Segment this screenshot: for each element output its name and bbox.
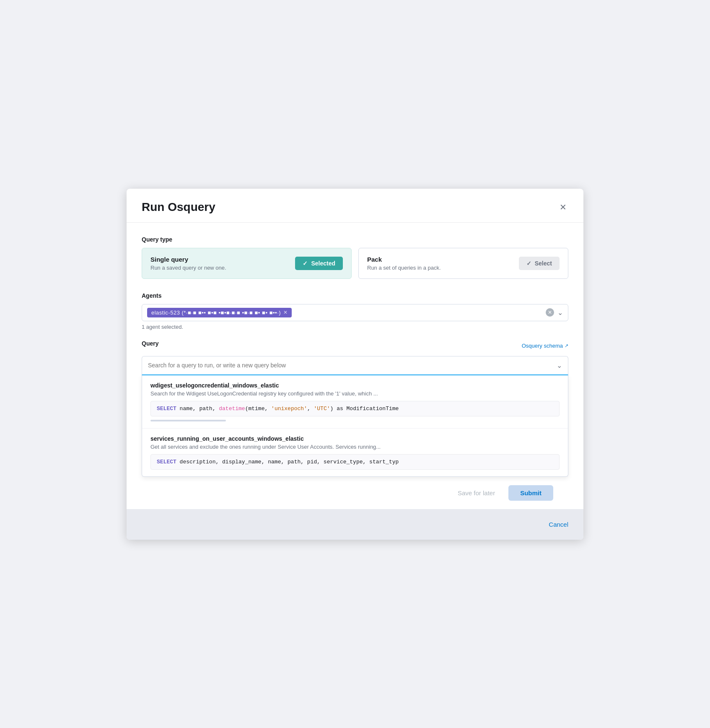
pack-check-icon: ✓ [526,260,531,267]
dropdown-item[interactable]: wdigest_uselogoncredential_windows_elast… [142,375,568,429]
agents-label: Agents [142,292,568,299]
query-type-section: Query type Single query Run a saved quer… [142,236,568,279]
query-section: Query Osquery schema ↗ ⌄ wdigest_uselogo… [142,340,568,477]
single-query-badge: ✓ Selected [295,257,343,270]
check-icon: ✓ [303,260,308,267]
pack-badge: ✓ Select [519,257,560,270]
osquery-schema-link-label: Osquery schema [522,343,563,349]
agents-dropdown-arrow-icon[interactable]: ⌄ [557,309,563,317]
code-block: SELECT description, display_name, name, … [150,454,560,470]
modal-header: Run Osquery ✕ [127,189,583,223]
query-search-input[interactable] [148,362,557,369]
save-later-button[interactable]: Save for later [451,485,502,501]
dropdown-item-title: services_running_on_user_accounts_window… [150,435,560,442]
code-block: SELECT name, path, datetime(mtime, 'unix… [150,401,560,416]
agent-tag-close[interactable]: ✕ [283,309,288,315]
external-link-icon: ↗ [565,343,568,348]
close-button[interactable]: ✕ [558,201,568,213]
query-type-label: Query type [142,236,568,243]
modal: Run Osquery ✕ Query type Single query Ru… [127,189,583,540]
dropdown-item-desc: Search for the Wdigest UseLogonCredentia… [150,390,560,397]
bottom-bar: Cancel [127,509,583,540]
modal-title: Run Osquery [142,200,215,214]
query-dropdown-list: wdigest_uselogoncredential_windows_elast… [142,375,568,477]
dropdown-item-title: wdigest_uselogoncredential_windows_elast… [150,382,560,389]
agent-tag: elastic-523 (*·■·■ ■▪▪ ■▪■ ▪■▪■·■·■ ▪■·■… [147,308,292,317]
submit-button[interactable]: Submit [508,485,553,501]
dropdown-item[interactable]: services_running_on_user_accounts_window… [142,429,568,476]
osquery-schema-link[interactable]: Osquery schema ↗ [522,343,568,349]
query-dropdown-chevron-icon[interactable]: ⌄ [557,361,562,369]
pack-card[interactable]: Pack Run a set of queries in a pack. ✓ S… [358,248,568,279]
pack-badge-label: Select [535,260,552,267]
query-search-wrapper[interactable]: ⌄ [142,356,568,375]
query-label: Query [142,340,158,347]
modal-body: Query type Single query Run a saved quer… [127,223,583,509]
pack-desc: Run a set of queries in a pack. [367,265,441,271]
single-query-card[interactable]: Single query Run a saved query or new on… [142,248,352,279]
agent-count: 1 agent selected. [142,324,568,330]
modal-footer: Save for later Submit [142,477,568,509]
clear-agents-button[interactable]: ✕ [546,308,554,317]
pack-title: Pack [367,256,441,263]
agents-section: Agents elastic-523 (*·■·■ ■▪▪ ■▪■ ▪■▪■·■… [142,292,568,330]
query-type-row: Single query Run a saved query or new on… [142,248,568,279]
agent-input-wrapper[interactable]: elastic-523 (*·■·■ ■▪▪ ■▪■ ▪■▪■·■·■ ▪■·■… [142,304,568,321]
single-query-desc: Run a saved query or new one. [150,265,226,271]
dropdown-item-desc: Get all services and exclude the ones ru… [150,444,560,450]
agent-tag-text: elastic-523 (*·■·■ ■▪▪ ■▪■ ▪■▪■·■·■ ▪■·■… [151,309,281,316]
single-query-title: Single query [150,256,226,263]
scrollbar-indicator [150,420,226,421]
cancel-button[interactable]: Cancel [549,517,568,531]
single-query-badge-label: Selected [311,260,335,267]
